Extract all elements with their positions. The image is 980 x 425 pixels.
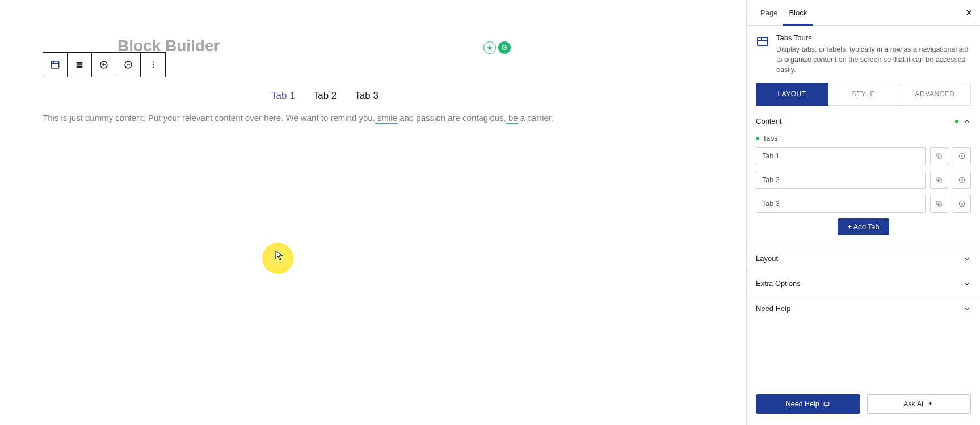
- text-part: a carrier.: [518, 113, 554, 123]
- block-toolbar: [43, 52, 166, 77]
- sidebar-footer: Need Help Ask AI: [747, 394, 980, 425]
- tab-row-3: [756, 195, 971, 213]
- grammarly-marked-word[interactable]: be: [506, 113, 518, 123]
- copy-icon: [935, 200, 943, 208]
- modified-indicator-icon: [756, 137, 759, 140]
- sparkle-icon: [927, 401, 934, 408]
- copy-icon: [935, 152, 943, 160]
- svg-rect-0: [51, 61, 59, 68]
- grammarly-g-icon[interactable]: G: [498, 41, 511, 54]
- extra-options-section: Extra Options: [747, 271, 980, 296]
- sidebar-context-tabs: Page Block ✕: [747, 0, 980, 26]
- copy-icon: [935, 176, 943, 184]
- close-sidebar-button[interactable]: ✕: [962, 6, 975, 19]
- add-tab-button[interactable]: + Add Tab: [838, 218, 890, 235]
- chevron-down-icon: [963, 255, 971, 263]
- add-block-icon-button[interactable]: [92, 53, 116, 77]
- tab-item-1[interactable]: Tab 1: [270, 88, 296, 104]
- svg-rect-16: [938, 203, 941, 207]
- chat-icon: [823, 401, 830, 408]
- tabs-field-label: Tabs: [756, 134, 971, 142]
- sidebar-tab-page[interactable]: Page: [755, 0, 783, 26]
- need-help-button[interactable]: Need Help: [756, 394, 860, 414]
- inspector-tab-advanced[interactable]: ADVANCED: [899, 83, 971, 106]
- tabs-field-text: Tabs: [763, 134, 777, 142]
- remove-block-icon-button[interactable]: [116, 53, 141, 77]
- svg-rect-14: [937, 178, 940, 181]
- content-section-toggle[interactable]: Content: [756, 113, 971, 129]
- svg-rect-11: [937, 154, 940, 157]
- remove-icon: [958, 152, 966, 160]
- cursor-highlight: [262, 243, 293, 274]
- svg-point-8: [152, 66, 153, 68]
- layout-section-toggle[interactable]: Layout: [756, 246, 971, 271]
- inspector-tabs: LAYOUT STYLE ADVANCED: [747, 83, 980, 106]
- tab-name-input-3[interactable]: [756, 195, 926, 213]
- text-part: This is just dummy content. Put your rel…: [43, 113, 375, 123]
- svg-rect-1: [77, 62, 83, 64]
- svg-rect-19: [824, 402, 829, 405]
- svg-rect-2: [77, 64, 83, 65]
- chevron-down-icon: [963, 305, 971, 313]
- remove-tab-button[interactable]: [953, 195, 971, 213]
- layout-section: Layout: [747, 246, 980, 271]
- grammarly-suggestion-icon[interactable]: [483, 41, 496, 54]
- duplicate-tab-button[interactable]: [930, 195, 948, 213]
- text-part: and passion are contagious,: [397, 113, 506, 123]
- duplicate-tab-button[interactable]: [930, 171, 948, 189]
- svg-rect-10: [938, 155, 941, 159]
- svg-rect-17: [937, 201, 940, 205]
- remove-tab-button[interactable]: [953, 171, 971, 189]
- svg-rect-9: [758, 37, 768, 45]
- tab-name-input-2[interactable]: [756, 171, 926, 189]
- close-icon: ✕: [965, 7, 973, 18]
- need-help-toggle[interactable]: Need Help: [756, 296, 971, 321]
- remove-tab-button[interactable]: [953, 147, 971, 165]
- inspector-tab-style[interactable]: STYLE: [828, 83, 899, 106]
- tab-content-text: This is just dummy content. Put your rel…: [43, 113, 553, 123]
- block-header: Tabs Tours Display tabs, or labels, typi…: [747, 26, 980, 77]
- drag-handle-icon-button[interactable]: [68, 53, 92, 77]
- need-help-label: Need Help: [786, 400, 819, 408]
- svg-rect-13: [938, 179, 941, 183]
- content-section: Content Tabs: [747, 106, 980, 235]
- content-section-label: Content: [756, 117, 782, 125]
- ask-ai-label: Ask AI: [903, 400, 923, 408]
- inspector-tab-layout[interactable]: LAYOUT: [756, 83, 828, 106]
- modified-indicator-icon: [955, 120, 958, 123]
- tab-item-3[interactable]: Tab 3: [354, 88, 380, 104]
- svg-rect-3: [77, 66, 83, 68]
- tab-name-input-1[interactable]: [756, 147, 926, 165]
- svg-point-6: [152, 61, 153, 62]
- need-help-section: Need Help: [747, 296, 980, 321]
- duplicate-tab-button[interactable]: [930, 147, 948, 165]
- chevron-up-icon: [963, 117, 971, 125]
- options-icon-button[interactable]: [141, 53, 165, 77]
- tabs-row: Tab 1 Tab 2 Tab 3: [43, 88, 607, 104]
- tab-item-2[interactable]: Tab 2: [312, 88, 338, 104]
- settings-sidebar: Page Block ✕ Tabs Tours Display tabs, or…: [746, 0, 980, 425]
- tab-row-1: [756, 147, 971, 165]
- chevron-down-icon: [963, 280, 971, 288]
- grammarly-badges: G: [483, 41, 511, 54]
- editor-canvas: Block Builder: [0, 0, 746, 425]
- block-title: Tabs Tours: [776, 33, 971, 42]
- remove-icon: [958, 200, 966, 208]
- svg-point-7: [152, 64, 153, 65]
- extra-options-toggle[interactable]: Extra Options: [756, 271, 971, 296]
- section-label: Layout: [756, 254, 778, 263]
- section-label: Extra Options: [756, 279, 801, 288]
- block-type-icon-button[interactable]: [43, 53, 68, 77]
- tabs-block-icon: [756, 35, 769, 48]
- ask-ai-button[interactable]: Ask AI: [867, 394, 971, 414]
- grammarly-marked-word[interactable]: smile: [375, 113, 397, 123]
- section-label: Need Help: [756, 304, 790, 313]
- tab-row-2: [756, 171, 971, 189]
- block-description: Display tabs, or labels, typically in a …: [776, 44, 971, 75]
- sidebar-tab-block[interactable]: Block: [783, 0, 813, 26]
- remove-icon: [958, 176, 966, 184]
